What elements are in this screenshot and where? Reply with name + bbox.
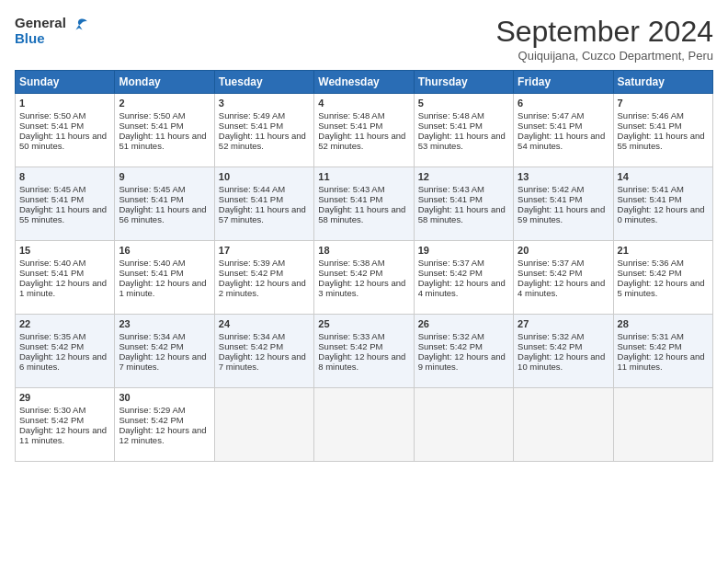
day-number: 5 — [418, 98, 509, 109]
day-number: 28 — [618, 318, 709, 329]
day-number: 9 — [119, 171, 210, 182]
cell-info: Sunrise: 5:49 AM — [219, 110, 310, 121]
cell-info: Daylight: 12 hours and 7 minutes. — [119, 351, 210, 372]
cell-info: Sunrise: 5:36 AM — [618, 258, 709, 268]
cell-info: Sunset: 5:42 PM — [318, 341, 409, 351]
cell-info: Sunrise: 5:32 AM — [418, 331, 509, 341]
cell-info: Daylight: 12 hours and 8 minutes. — [318, 351, 409, 372]
cell-info: Daylight: 11 hours and 51 minutes. — [119, 131, 210, 151]
cell-info: Sunrise: 5:47 AM — [518, 110, 609, 121]
table-row: 24Sunrise: 5:34 AMSunset: 5:42 PMDayligh… — [214, 315, 313, 388]
table-row: 6Sunrise: 5:47 AMSunset: 5:41 PMDaylight… — [514, 94, 613, 167]
day-number: 20 — [518, 245, 609, 256]
cell-info: Sunrise: 5:43 AM — [318, 184, 409, 194]
table-row: 2Sunrise: 5:50 AMSunset: 5:41 PMDaylight… — [115, 94, 214, 167]
day-number: 27 — [518, 318, 609, 329]
cell-info: Daylight: 11 hours and 58 minutes. — [418, 204, 509, 224]
cell-info: Daylight: 12 hours and 12 minutes. — [119, 425, 210, 445]
table-row: 1Sunrise: 5:50 AMSunset: 5:41 PMDaylight… — [16, 94, 115, 167]
table-row: 28Sunrise: 5:31 AMSunset: 5:42 PMDayligh… — [613, 315, 712, 388]
calendar-week-row: 22Sunrise: 5:35 AMSunset: 5:42 PMDayligh… — [16, 315, 713, 388]
cell-info: Daylight: 11 hours and 53 minutes. — [418, 131, 509, 151]
day-number: 21 — [618, 245, 709, 256]
day-number: 11 — [318, 171, 409, 182]
table-row: 11Sunrise: 5:43 AMSunset: 5:41 PMDayligh… — [314, 167, 414, 241]
day-number: 26 — [418, 318, 509, 329]
cell-info: Sunrise: 5:46 AM — [618, 110, 709, 121]
day-number: 14 — [618, 171, 709, 182]
cell-info: Sunset: 5:41 PM — [518, 121, 609, 131]
cell-info: Daylight: 12 hours and 4 minutes. — [518, 278, 609, 298]
cell-info: Sunset: 5:41 PM — [618, 194, 709, 204]
cell-info: Daylight: 11 hours and 59 minutes. — [518, 204, 609, 224]
cell-info: Sunset: 5:42 PM — [418, 268, 509, 278]
day-number: 29 — [19, 392, 110, 403]
day-number: 25 — [318, 318, 409, 329]
cell-info: Sunset: 5:42 PM — [219, 341, 310, 351]
title-area: September 2024 Quiquijana, Cuzco Departm… — [495, 15, 713, 63]
cell-info: Sunrise: 5:48 AM — [418, 110, 509, 121]
table-row: 9Sunrise: 5:45 AMSunset: 5:41 PMDaylight… — [115, 167, 214, 241]
day-number: 1 — [19, 98, 110, 109]
table-row: 16Sunrise: 5:40 AMSunset: 5:41 PMDayligh… — [115, 241, 214, 315]
day-number: 8 — [19, 171, 110, 182]
table-row: 13Sunrise: 5:42 AMSunset: 5:41 PMDayligh… — [514, 167, 613, 241]
cell-info: Sunrise: 5:32 AM — [518, 331, 609, 341]
cell-info: Sunset: 5:41 PM — [418, 194, 509, 204]
cell-info: Daylight: 11 hours and 50 minutes. — [19, 131, 110, 151]
cell-info: Sunset: 5:42 PM — [518, 341, 609, 351]
table-row: 5Sunrise: 5:48 AMSunset: 5:41 PMDaylight… — [414, 94, 513, 167]
day-number: 24 — [219, 318, 310, 329]
cell-info: Sunrise: 5:35 AM — [19, 331, 110, 341]
cell-info: Daylight: 11 hours and 57 minutes. — [219, 204, 310, 224]
cell-info: Sunrise: 5:34 AM — [119, 331, 210, 341]
cell-info: Sunrise: 5:44 AM — [219, 184, 310, 194]
cell-info: Sunrise: 5:40 AM — [19, 258, 110, 268]
table-row: 12Sunrise: 5:43 AMSunset: 5:41 PMDayligh… — [414, 167, 513, 241]
cell-info: Sunrise: 5:31 AM — [618, 331, 709, 341]
cell-info: Sunrise: 5:45 AM — [19, 184, 110, 194]
cell-info: Daylight: 12 hours and 1 minute. — [19, 278, 110, 298]
table-row: 17Sunrise: 5:39 AMSunset: 5:42 PMDayligh… — [214, 241, 313, 315]
cell-info: Daylight: 12 hours and 11 minutes. — [19, 425, 110, 445]
col-sunday: Sunday — [16, 71, 115, 94]
cell-info: Daylight: 11 hours and 54 minutes. — [518, 131, 609, 151]
cell-info: Daylight: 11 hours and 56 minutes. — [119, 204, 210, 224]
cell-info: Sunset: 5:41 PM — [119, 194, 210, 204]
cell-info: Sunset: 5:41 PM — [19, 268, 110, 278]
cell-info: Sunset: 5:42 PM — [518, 268, 609, 278]
cell-info: Daylight: 12 hours and 0 minutes. — [618, 204, 709, 224]
calendar-week-row: 8Sunrise: 5:45 AMSunset: 5:41 PMDaylight… — [16, 167, 713, 241]
table-row: 15Sunrise: 5:40 AMSunset: 5:41 PMDayligh… — [16, 241, 115, 315]
cell-info: Daylight: 12 hours and 1 minute. — [119, 278, 210, 298]
table-row: 18Sunrise: 5:38 AMSunset: 5:42 PMDayligh… — [314, 241, 414, 315]
day-number: 12 — [418, 171, 509, 182]
cell-info: Daylight: 11 hours and 52 minutes. — [318, 131, 409, 151]
cell-info: Sunset: 5:41 PM — [19, 121, 110, 131]
day-number: 13 — [518, 171, 609, 182]
table-row: 25Sunrise: 5:33 AMSunset: 5:42 PMDayligh… — [314, 315, 414, 388]
cell-info: Daylight: 12 hours and 7 minutes. — [219, 351, 310, 372]
day-number: 7 — [618, 98, 709, 109]
day-number: 6 — [518, 98, 609, 109]
cell-info: Sunrise: 5:45 AM — [119, 184, 210, 194]
table-row: 7Sunrise: 5:46 AMSunset: 5:41 PMDaylight… — [613, 94, 712, 167]
cell-info: Sunset: 5:42 PM — [19, 415, 110, 425]
day-number: 17 — [219, 245, 310, 256]
day-number: 15 — [19, 245, 110, 256]
cell-info: Sunset: 5:41 PM — [518, 194, 609, 204]
day-number: 2 — [119, 98, 210, 109]
cell-info: Sunset: 5:42 PM — [19, 341, 110, 351]
cell-info: Sunrise: 5:37 AM — [518, 258, 609, 268]
col-saturday: Saturday — [613, 71, 712, 94]
table-row — [514, 388, 613, 462]
cell-info: Sunrise: 5:50 AM — [119, 110, 210, 121]
table-row: 10Sunrise: 5:44 AMSunset: 5:41 PMDayligh… — [214, 167, 313, 241]
cell-info: Daylight: 12 hours and 2 minutes. — [219, 278, 310, 298]
cell-info: Daylight: 12 hours and 11 minutes. — [618, 351, 709, 372]
cell-info: Sunset: 5:41 PM — [418, 121, 509, 131]
location: Quiquijana, Cuzco Department, Peru — [495, 49, 713, 63]
table-row — [214, 388, 313, 462]
cell-info: Sunset: 5:42 PM — [119, 415, 210, 425]
table-row: 27Sunrise: 5:32 AMSunset: 5:42 PMDayligh… — [514, 315, 613, 388]
